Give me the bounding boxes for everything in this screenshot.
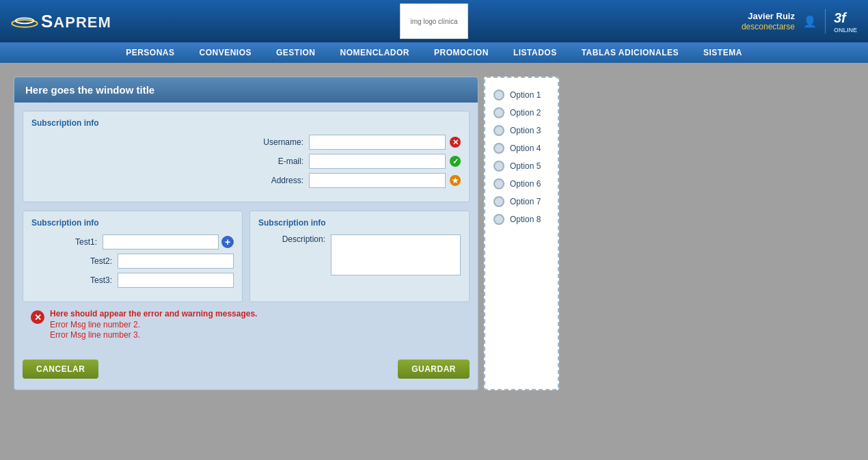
option-4-radio[interactable] xyxy=(493,143,504,154)
test1-input[interactable] xyxy=(103,234,219,249)
two-col-sections: Subscription info Test1: + Test2: Test3: xyxy=(23,211,470,302)
buttons-row: CANCELAR GUARDAR xyxy=(14,355,478,379)
page-body: Here goes the window title Subscription … xyxy=(0,63,868,404)
section1-title: Subscription info xyxy=(31,118,461,128)
section2-title: Subscription info xyxy=(31,218,234,228)
test3-row: Test3: xyxy=(31,273,234,288)
sidebar-option-6[interactable]: Option 6 xyxy=(491,175,552,193)
description-label: Description: xyxy=(276,234,331,244)
logo-area: SAPREM xyxy=(11,11,111,32)
user-icon: 👤 xyxy=(803,15,817,28)
nav-item-gestion[interactable]: GESTION xyxy=(264,42,328,63)
option-4-label: Option 4 xyxy=(510,144,541,153)
option-1-label: Option 1 xyxy=(510,90,541,100)
messages-area: ✕ Here should appear the error and warni… xyxy=(23,302,470,347)
email-success-icon: ✓ xyxy=(450,156,461,167)
main-window: Here goes the window title Subscription … xyxy=(14,77,478,390)
window-title: Here goes the window title xyxy=(14,77,478,103)
nav-item-sistema[interactable]: SISTEMA xyxy=(691,42,755,63)
sidebar-option-1[interactable]: Option 1 xyxy=(491,86,552,104)
option-1-radio[interactable] xyxy=(493,90,504,100)
test1-add-icon[interactable]: + xyxy=(221,236,234,248)
nav-item-nomenclador[interactable]: NOMENCLADOR xyxy=(328,42,422,63)
header-right: Javier Ruiz desconectarse 👤 3f ONLINE xyxy=(742,9,857,33)
option-2-label: Option 2 xyxy=(510,108,541,118)
test2-label: Test2: xyxy=(49,256,118,266)
username-label: Username: xyxy=(241,137,309,147)
nav-bar: PERSONAS CONVENIOS GESTION NOMENCLADOR P… xyxy=(0,42,868,63)
test2-row: Test2: xyxy=(31,254,234,269)
username-input[interactable] xyxy=(309,135,446,150)
header: SAPREM img logo clínica Javier Ruiz desc… xyxy=(0,0,868,42)
messages-error-icon: ✕ xyxy=(31,310,44,324)
email-row: E-mail: ✓ xyxy=(31,154,461,169)
option-7-label: Option 7 xyxy=(510,197,541,206)
description-row: Description: xyxy=(258,234,461,275)
nav-item-tablas[interactable]: TABLAS ADICIONALES xyxy=(569,42,691,63)
option-8-label: Option 8 xyxy=(510,215,541,224)
option-5-radio[interactable] xyxy=(493,161,504,172)
cancel-button[interactable]: CANCELAR xyxy=(23,360,98,379)
option-3-radio[interactable] xyxy=(493,125,504,136)
clinic-logo-image: img logo clínica xyxy=(400,3,468,39)
message-lines: Here should appear the error and warning… xyxy=(50,309,257,340)
sidebar-option-7[interactable]: Option 7 xyxy=(491,193,552,211)
option-3-label: Option 3 xyxy=(510,126,541,135)
save-button[interactable]: GUARDAR xyxy=(398,360,470,379)
left-col: Subscription info Test1: + Test2: Test3: xyxy=(23,211,243,302)
test1-row: Test1: + xyxy=(31,234,234,249)
username-row: Username: ✕ xyxy=(31,135,461,150)
subscription-section-2: Subscription info Test1: + Test2: Test3: xyxy=(23,211,243,302)
email-label: E-mail: xyxy=(241,157,309,166)
window-content: Subscription info Username: ✕ E-mail: ✓ … xyxy=(14,103,478,355)
jst-logo: 3f ONLINE xyxy=(825,9,857,33)
username-error-icon: ✕ xyxy=(450,137,461,148)
option-2-radio[interactable] xyxy=(493,107,504,118)
user-info: Javier Ruiz desconectarse xyxy=(742,11,795,31)
user-name: Javier Ruiz xyxy=(742,11,795,21)
logout-link[interactable]: desconectarse xyxy=(742,22,795,31)
address-row: Address: ★ xyxy=(31,173,461,188)
message-line-1: Error Msg line number 2. xyxy=(50,320,257,329)
address-input[interactable] xyxy=(309,173,446,188)
logo-swoosh-icon xyxy=(11,14,38,28)
section3-title: Subscription info xyxy=(258,218,461,228)
option-8-radio[interactable] xyxy=(493,214,504,225)
option-6-label: Option 6 xyxy=(510,179,541,189)
nav-item-personas[interactable]: PERSONAS xyxy=(113,42,187,63)
test2-input[interactable] xyxy=(118,254,234,269)
right-col: Subscription info Description: xyxy=(249,211,470,302)
nav-item-promocion[interactable]: PROMOCION xyxy=(422,42,501,63)
sidebar-option-2[interactable]: Option 2 xyxy=(491,104,552,122)
logo-text: SAPREM xyxy=(41,11,111,32)
option-5-label: Option 5 xyxy=(510,161,541,171)
test1-label: Test1: xyxy=(34,237,103,247)
subscription-section-3: Subscription info Description: xyxy=(249,211,470,302)
option-6-radio[interactable] xyxy=(493,178,504,189)
subscription-section-1: Subscription info Username: ✕ E-mail: ✓ … xyxy=(23,111,470,202)
sidebar-option-8[interactable]: Option 8 xyxy=(491,211,552,228)
test3-input[interactable] xyxy=(118,273,234,288)
sidebar-option-3[interactable]: Option 3 xyxy=(491,122,552,139)
message-main: Here should appear the error and warning… xyxy=(50,309,257,319)
nav-item-convenios[interactable]: CONVENIOS xyxy=(187,42,265,63)
message-line-2: Error Msg line number 3. xyxy=(50,330,257,340)
email-input[interactable] xyxy=(309,154,446,169)
description-textarea[interactable] xyxy=(331,234,461,275)
sidebar-options: Option 1 Option 2 Option 3 Option 4 Opti… xyxy=(484,77,559,390)
address-warning-icon: ★ xyxy=(450,175,461,186)
test3-label: Test3: xyxy=(49,275,118,285)
option-7-radio[interactable] xyxy=(493,196,504,207)
nav-item-listados[interactable]: LISTADOS xyxy=(501,42,569,63)
sidebar-option-5[interactable]: Option 5 xyxy=(491,157,552,175)
address-label: Address: xyxy=(241,176,309,185)
sidebar-option-4[interactable]: Option 4 xyxy=(491,139,552,157)
